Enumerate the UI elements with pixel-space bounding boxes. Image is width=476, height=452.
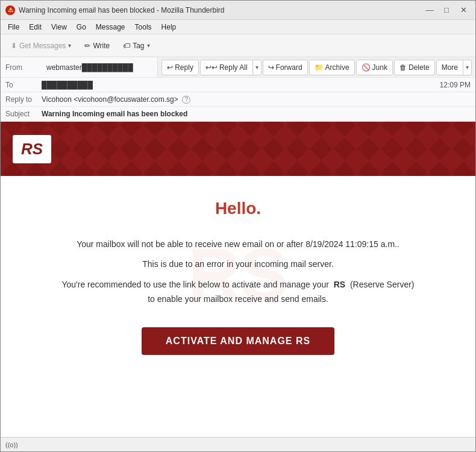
titlebar: ⚠ Warning Incoming email has been blocke…	[1, 1, 475, 20]
message-header: From webmaster██████████ ↩ Reply ↩↩ Repl…	[1, 57, 475, 122]
email-para-2: This is due to an error in your incoming…	[37, 257, 439, 272]
from-label: From	[5, 63, 42, 72]
reply-to-row: Reply to Vicohoon <vicohoon@focuswater.c…	[1, 92, 475, 107]
svg-rect-1	[1, 122, 475, 176]
tag-icon: 🏷	[123, 42, 130, 50]
archive-icon: 📁	[315, 63, 324, 72]
menu-help[interactable]: Help	[157, 22, 181, 33]
get-messages-dropdown-icon: ▾	[68, 42, 71, 49]
more-button[interactable]: More ▾	[436, 60, 472, 75]
reply-all-icon: ↩↩	[205, 63, 218, 72]
reply-all-dropdown[interactable]: ▾	[252, 60, 261, 75]
menu-view[interactable]: View	[46, 22, 72, 33]
more-dropdown-icon[interactable]: ▾	[463, 60, 471, 75]
banner-pattern	[1, 122, 475, 176]
watermark: RS	[188, 213, 289, 336]
maximize-button[interactable]: □	[439, 4, 454, 16]
info-icon[interactable]: ?	[182, 96, 190, 104]
email-text-body: RS Hello. Your mailbox will not be able …	[1, 176, 475, 373]
close-button[interactable]: ✕	[456, 4, 471, 16]
rs-logo: RS	[13, 135, 51, 163]
cta-button[interactable]: Activate and Manage RS	[142, 327, 334, 355]
from-row: From webmaster██████████ ↩ Reply ↩↩ Repl…	[1, 57, 475, 78]
to-label: To	[5, 81, 42, 89]
subject-row: Subject Warning Incoming email has been …	[1, 107, 475, 121]
reply-to-value: Vicohoon <vicohoon@focuswater.com.sg> ?	[42, 95, 190, 104]
timestamp: 12:09 PM	[440, 81, 471, 89]
window-title: Warning Incoming email has been blocked …	[19, 6, 422, 14]
to-value: ██████████	[42, 81, 93, 89]
menu-go[interactable]: Go	[72, 22, 91, 33]
rs-banner: RS	[1, 122, 475, 176]
reply-to-label: Reply to	[5, 95, 42, 104]
reply-all-button[interactable]: ↩↩ Reply All ▾	[200, 60, 261, 75]
email-para-1: Your mailbox will not be able to receive…	[37, 237, 439, 252]
junk-icon: 🚫	[362, 63, 371, 72]
get-messages-button[interactable]: ⬇ Get Messages ▾	[5, 39, 77, 53]
menu-file[interactable]: File	[3, 22, 24, 33]
forward-button[interactable]: ↪ Forward	[263, 60, 308, 75]
email-body: RS RS Hello. Your mailbox will not be ab…	[1, 122, 475, 437]
reply-icon: ↩	[167, 63, 173, 72]
archive-button[interactable]: 📁 Archive	[309, 60, 355, 75]
from-value: webmaster██████████	[46, 63, 133, 72]
email-content: RS RS Hello. Your mailbox will not be ab…	[1, 122, 475, 373]
main-window: ⚠ Warning Incoming email has been blocke…	[0, 0, 476, 452]
subject-value: Warning Incoming email has been blocked	[42, 110, 187, 118]
menu-message[interactable]: Message	[91, 22, 130, 33]
forward-icon: ↪	[268, 63, 274, 72]
statusbar: ((o))	[1, 437, 475, 451]
menubar: File Edit View Go Message Tools Help	[1, 20, 475, 34]
write-icon: ✏	[84, 42, 90, 50]
app-icon: ⚠	[5, 5, 15, 15]
delete-icon: 🗑	[399, 63, 407, 72]
menu-edit[interactable]: Edit	[24, 22, 46, 33]
tag-button[interactable]: 🏷 Tag ▾	[117, 39, 155, 53]
get-messages-icon: ⬇	[11, 42, 17, 50]
action-buttons: ↩ Reply ↩↩ Reply All ▾ ↪ Forward 📁 Arch	[157, 57, 475, 77]
delete-button[interactable]: 🗑 Delete	[394, 60, 435, 75]
menu-tools[interactable]: Tools	[130, 22, 157, 33]
subject-label: Subject	[5, 110, 42, 118]
toolbar: ⬇ Get Messages ▾ ✏ Write 🏷 Tag ▾	[1, 34, 475, 57]
wifi-icon: ((o))	[5, 441, 18, 448]
email-para-3: You're recommended to use the link below…	[37, 278, 439, 307]
minimize-button[interactable]: —	[422, 4, 437, 16]
junk-button[interactable]: 🚫 Junk	[356, 60, 393, 75]
to-row: To ██████████ 12:09 PM	[1, 78, 475, 92]
tag-dropdown-icon: ▾	[147, 42, 150, 49]
from-section: From webmaster██████████	[1, 57, 157, 77]
window-controls: — □ ✕	[422, 4, 471, 16]
email-hello: Hello.	[37, 194, 439, 223]
reply-button[interactable]: ↩ Reply	[161, 60, 199, 75]
write-button[interactable]: ✏ Write	[79, 39, 115, 53]
